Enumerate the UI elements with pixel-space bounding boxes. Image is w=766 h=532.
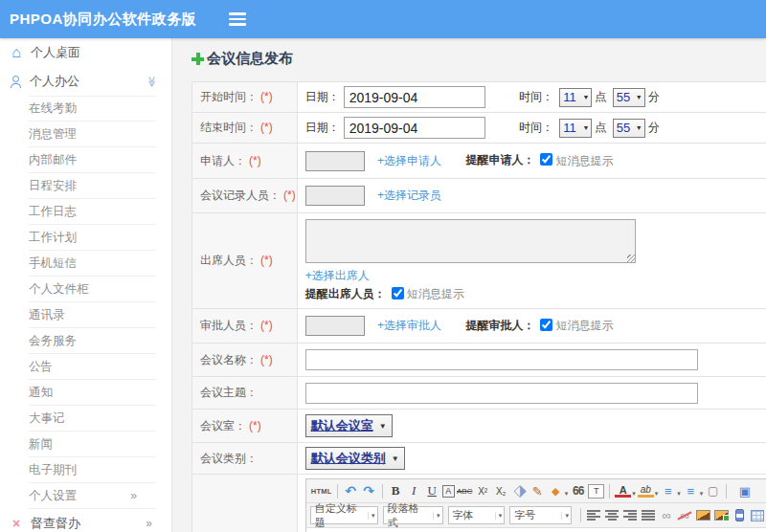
font-family-select[interactable]: 字体▾: [448, 506, 506, 524]
strikethrough-button[interactable]: ABC: [457, 482, 473, 499]
italic-button[interactable]: I: [406, 482, 422, 499]
insert-link-button[interactable]: ∞: [659, 507, 675, 524]
select-arrow-icon: ▼: [582, 124, 589, 131]
form-row-end-time: 结束时间：(*) 日期： 时间： 11▼点 55▼分: [192, 113, 766, 144]
attendees-textarea[interactable]: [305, 219, 636, 263]
new-page-button[interactable]: ▢: [705, 482, 721, 499]
caret-down-icon: ▾: [561, 512, 569, 520]
field-value-cell: +选择审批人 提醒审批人：短消息提示: [297, 309, 766, 344]
superscript-button[interactable]: X²: [475, 482, 491, 499]
sidebar-item-work-log[interactable]: 工作日志: [29, 199, 156, 225]
sidebar-item-meeting-services[interactable]: 会务服务: [29, 328, 156, 354]
remove-link-button[interactable]: ∞: [677, 507, 693, 524]
start-minute-select[interactable]: 55▼: [613, 88, 645, 107]
remind-approver-label: 提醒审批人：: [465, 319, 534, 332]
choose-applicant-link[interactable]: +选择申请人: [377, 153, 441, 166]
choose-attendees-link[interactable]: +选择出席人: [305, 269, 370, 282]
table-button[interactable]: [750, 507, 766, 524]
applicant-sms-checkbox[interactable]: [540, 153, 552, 166]
sidebar-item-internal-mail[interactable]: 内部邮件: [29, 147, 156, 173]
undo-button[interactable]: ↶: [343, 482, 359, 499]
highlight-button[interactable]: ab: [638, 484, 654, 498]
sidebar-item-work-plan[interactable]: 工作计划: [29, 225, 156, 251]
meeting-subject-input[interactable]: [305, 383, 698, 404]
align-justify-button[interactable]: [641, 507, 657, 524]
redo-button[interactable]: ↷: [361, 482, 377, 499]
paste-button[interactable]: T: [588, 484, 604, 499]
font-size-select[interactable]: 字号▾: [509, 506, 572, 524]
source-code-button[interactable]: HTML: [311, 482, 332, 499]
end-minute-select[interactable]: 55▼: [613, 119, 645, 138]
caret-down-icon[interactable]: ▾: [632, 490, 636, 498]
sidebar-item-schedule[interactable]: 日程安排: [29, 173, 156, 199]
select-arrow-icon: ▼: [582, 94, 589, 100]
sidebar-item-contacts[interactable]: 通讯录: [29, 302, 156, 328]
sidebar-item-major-events[interactable]: 大事记: [29, 406, 156, 432]
remind-attendees-label: 提醒出席人员：: [305, 287, 386, 300]
recorder-input[interactable]: [305, 186, 365, 206]
sidebar-item-sms[interactable]: 手机短信: [29, 251, 156, 277]
font-color-button[interactable]: A: [615, 484, 631, 498]
custom-heading-select[interactable]: 自定义标题▾: [310, 506, 378, 524]
align-right-button[interactable]: [622, 507, 639, 524]
char-border-button[interactable]: A: [442, 485, 455, 498]
field-label: 申请人：: [200, 154, 246, 167]
sidebar-item-online-attendance[interactable]: 在线考勤: [29, 96, 156, 122]
sidebar-item-personal-office[interactable]: 个人办公 ≫: [0, 67, 171, 96]
meeting-name-input[interactable]: [305, 349, 698, 370]
fullscreen-button[interactable]: ▣: [736, 482, 753, 499]
attendees-sms-checkbox[interactable]: [392, 287, 404, 299]
sidebar-item-personal-desktop[interactable]: ⌂ 个人桌面: [0, 38, 171, 67]
form-row-approver: 审批人员：(*) +选择审批人 提醒审批人：短消息提示: [192, 309, 766, 344]
end-hour-select[interactable]: 11▼: [559, 119, 592, 138]
image-button[interactable]: [695, 507, 711, 524]
sidebar-item-notices[interactable]: 通知: [29, 380, 156, 406]
form-row-meeting-category: 会议类别： 默认会议类别▼: [192, 443, 766, 475]
field-label-cell: 会议类别：: [192, 443, 298, 475]
sidebar-item-news[interactable]: 新闻: [29, 432, 156, 457]
paragraph-format-select[interactable]: 段落格式▾: [383, 506, 443, 524]
caret-down-icon[interactable]: ▾: [677, 490, 681, 498]
field-label-cell: 出席人员：(*): [192, 213, 298, 309]
approver-sms-checkbox[interactable]: [540, 319, 552, 331]
sidebar-item-message-management[interactable]: 消息管理: [29, 122, 156, 147]
bold-button[interactable]: B: [388, 482, 404, 499]
insert-image-button[interactable]: [713, 507, 730, 524]
quick-format-button[interactable]: ✎: [529, 482, 546, 499]
editor-content-area[interactable]: [306, 528, 766, 532]
field-label-cell: 审批人员：(*): [192, 309, 298, 344]
sidebar-item-personal-settings[interactable]: 个人设置 »: [29, 483, 156, 509]
sidebar-item-announcements[interactable]: 公告: [29, 354, 156, 380]
align-justify-icon: [642, 510, 655, 521]
start-hour-select[interactable]: 11▼: [559, 88, 592, 107]
remove-format-button[interactable]: ◪: [507, 479, 531, 503]
caret-down-icon[interactable]: ▾: [655, 490, 659, 498]
subscript-button[interactable]: X₂: [493, 482, 509, 499]
meeting-room-select[interactable]: 默认会议室▼: [305, 414, 393, 437]
sidebar-item-supervision[interactable]: × 督查督办 »: [0, 509, 171, 532]
align-left-button[interactable]: [586, 507, 602, 524]
unordered-list-button[interactable]: ≡: [683, 482, 699, 499]
caret-down-icon[interactable]: ▾: [565, 490, 569, 498]
align-center-button[interactable]: [604, 507, 620, 524]
media-button[interactable]: [732, 507, 748, 524]
blockquote-button[interactable]: 66: [570, 482, 586, 499]
field-label-cell: 结束时间：(*): [192, 113, 298, 144]
start-date-input[interactable]: [344, 86, 485, 108]
resize-grip-icon[interactable]: [627, 255, 635, 262]
meeting-category-select[interactable]: 默认会议类别▼: [305, 447, 405, 470]
applicant-input[interactable]: [305, 151, 365, 171]
caret-down-icon[interactable]: ▾: [700, 490, 704, 498]
app-window: PHPOA协同办公软件政务版 ⌂ 个人桌面 个人办公 ≫ 在线考勤 消息管理 内…: [0, 0, 766, 532]
sidebar-item-e-journal[interactable]: 电子期刊: [29, 457, 156, 483]
end-date-input[interactable]: [344, 117, 485, 139]
hamburger-menu-icon[interactable]: [229, 10, 246, 29]
ordered-list-button[interactable]: ≡: [660, 482, 676, 499]
choose-approver-link[interactable]: +选择审批人: [377, 319, 441, 332]
underline-button[interactable]: U: [424, 482, 440, 499]
choose-recorder-link[interactable]: +选择记录员: [377, 188, 441, 202]
format-painter-button[interactable]: ◆: [548, 482, 564, 499]
field-label: 开始时间：: [200, 90, 258, 103]
approver-input[interactable]: [305, 316, 365, 336]
sidebar-item-personal-files[interactable]: 个人文件柜: [29, 277, 156, 302]
